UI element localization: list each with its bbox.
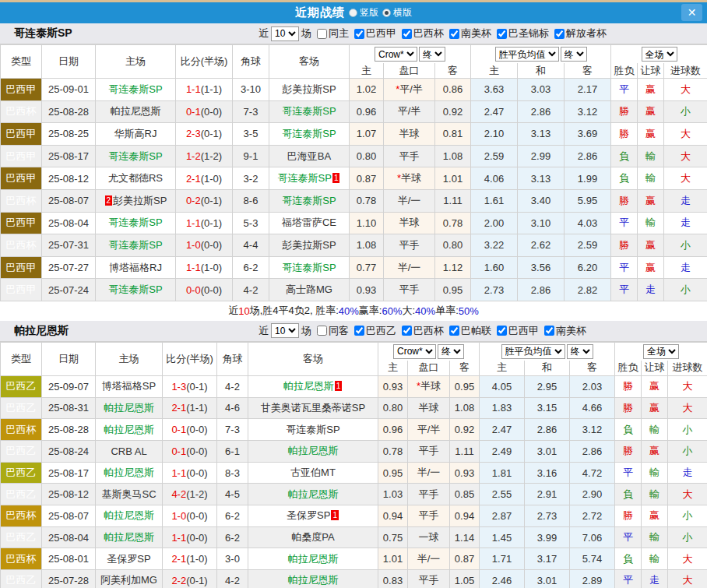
home-odds-cell: 1.07 <box>350 123 384 146</box>
fulltime-score: 1-1 <box>186 262 201 273</box>
mean-select[interactable]: 胜平负均值 <box>495 47 559 62</box>
date-cell: 25-07-27 <box>42 256 96 279</box>
close-button[interactable]: ✕ <box>681 4 702 21</box>
bookmaker-select[interactable]: Crow* <box>375 47 417 62</box>
halftime-score: (0-0) <box>186 532 207 544</box>
away-team-cell: 甘美奥诺瓦里桑蒂诺SP <box>248 397 378 419</box>
fulltime-select[interactable]: 全场 <box>642 47 677 62</box>
layout-radio-horizontal[interactable]: 横版 <box>382 6 412 19</box>
date-cell: 25-08-12 <box>42 167 96 190</box>
handicap-cell: 一球 <box>408 526 450 548</box>
radio-vertical-label: 竖版 <box>360 6 378 19</box>
mean-home-cell: 2.87 <box>480 505 525 527</box>
result-goals-cell: 大 <box>664 145 707 167</box>
away-team-cell: 彭美拉斯SP <box>269 234 350 257</box>
date-cell: 25-08-04 <box>42 212 96 234</box>
league-filter: 巴西甲 <box>491 324 539 338</box>
score-cell: 2-2(0-1) <box>163 570 217 588</box>
halftime-score: (1-0) <box>201 173 222 185</box>
odds-group-header: Crow*终 <box>378 342 480 361</box>
card-badge: 2 <box>105 195 113 206</box>
home-team-cell: 2彭美拉斯SP <box>96 189 176 212</box>
halftime-score: (0-0) <box>186 510 207 522</box>
league-filter: 巴帕联 <box>444 324 491 338</box>
halftime-score: (1-2) <box>186 488 207 500</box>
mean-away-cell: 4.03 <box>565 212 611 234</box>
league-checkbox[interactable] <box>449 29 459 39</box>
layout-radio-vertical[interactable]: 竖版 <box>349 6 378 19</box>
handicap-cell: 平手 <box>384 279 435 301</box>
league-checkbox[interactable] <box>497 326 507 336</box>
league-checkbox[interactable] <box>402 29 412 39</box>
date-cell: 25-08-28 <box>42 419 96 441</box>
same-venue-checkbox[interactable] <box>317 29 327 39</box>
handicap-cell: 半/一 <box>384 189 435 212</box>
match-count-select[interactable]: 10 <box>271 323 299 338</box>
fulltime-group-header: 全场 <box>615 342 707 361</box>
league-cell: 巴西甲 <box>1 256 42 279</box>
team-name: 古亚伯MT <box>290 467 336 478</box>
away-odds-cell: 1.12 <box>435 256 471 279</box>
halftime-score: (1-1) <box>201 83 222 95</box>
mean-select[interactable]: 胜平负均值 <box>501 344 565 359</box>
card-badge: 1 <box>331 510 339 520</box>
result-handicap-cell: 輸 <box>642 462 668 484</box>
league-checkbox[interactable] <box>497 29 507 39</box>
fulltime-score: 1-2 <box>186 150 201 162</box>
same-venue-checkbox[interactable] <box>317 326 327 336</box>
league-checkbox[interactable] <box>354 326 364 336</box>
team-name: 彭美拉斯SP <box>113 195 167 206</box>
league-cell: 巴西乙 <box>1 484 42 505</box>
table-header-group-row: 类型 日期 主场 比分(半场) 角球 客场 Crow*终 胜平负均值终 全场 <box>1 342 707 361</box>
home-team-cell: 帕拉尼恩斯 <box>96 526 163 548</box>
league-checkbox-label: 南美杯 <box>461 26 491 40</box>
result-handicap-cell: 走 <box>638 279 664 301</box>
result-goals-cell: 小 <box>668 419 707 441</box>
mean-away-cell: 3.12 <box>565 100 611 123</box>
subcol-4: 和 <box>525 361 570 376</box>
halftime-score: (0-0) <box>201 239 222 251</box>
mean-home-cell: 2.47 <box>471 100 518 123</box>
match-count-select[interactable]: 10 <box>271 26 299 41</box>
away-odds-cell: 0.86 <box>435 79 471 101</box>
result-goals-cell: 大 <box>668 548 707 570</box>
bookmaker-select[interactable]: Crow* <box>393 344 436 359</box>
handicap-cell: 半/一 <box>384 256 435 279</box>
result-wdl-cell: 平 <box>611 279 638 301</box>
mean-away-cell: 2.86 <box>565 145 611 167</box>
away-team-cell: 哥连泰斯SP1 <box>269 167 350 190</box>
mean-time-select[interactable]: 终 <box>561 47 587 62</box>
league-checkbox[interactable] <box>544 326 554 336</box>
match-row: 巴西乙 25-08-17 帕拉尼恩斯 1-1(0-0) 8-3 古亚伯MT 0.… <box>1 462 707 484</box>
result-wdl-cell: 勝 <box>611 100 638 123</box>
odds-time-select[interactable]: 终 <box>438 344 464 359</box>
home-team-cell: 博塔福格RJ <box>96 256 176 279</box>
fulltime-score: 2-3 <box>186 128 201 139</box>
mean-away-cell: 2.17 <box>565 79 611 101</box>
score-cell: 1-1(1-0) <box>176 256 233 279</box>
subcol-2: 客 <box>450 361 480 376</box>
team-name: 尤文都德RS <box>108 172 163 184</box>
mean-draw-cell: 2.86 <box>518 100 565 123</box>
away-team-cell: 帕拉尼恩斯 <box>248 484 378 505</box>
fulltime-select[interactable]: 全场 <box>643 344 679 359</box>
date-cell: 25-07-24 <box>42 279 96 301</box>
mean-home-cell: 1.61 <box>471 189 518 212</box>
corner-cell: 3-5 <box>233 123 269 146</box>
handicap-cell: 半球 <box>384 212 435 234</box>
league-checkbox[interactable] <box>354 29 364 39</box>
league-checkbox[interactable] <box>554 29 565 39</box>
score-cell: 1-0(0-0) <box>163 505 217 527</box>
result-goals-cell: 小 <box>664 234 707 257</box>
mean-draw-cell: 2.86 <box>518 279 565 301</box>
league-checkbox[interactable] <box>449 326 459 336</box>
mean-time-select[interactable]: 终 <box>567 344 593 359</box>
mean-home-cell: 2.55 <box>480 484 525 505</box>
league-checkbox[interactable] <box>402 326 412 336</box>
league-checkbox-label: 解放者杯 <box>566 26 607 40</box>
handicap-cell: *平/半 <box>384 79 435 101</box>
handicap-cell: 平手 <box>384 234 435 257</box>
corner-cell: 7-3 <box>233 100 269 123</box>
result-handicap-cell: 赢 <box>638 256 664 279</box>
odds-time-select[interactable]: 终 <box>419 47 445 62</box>
